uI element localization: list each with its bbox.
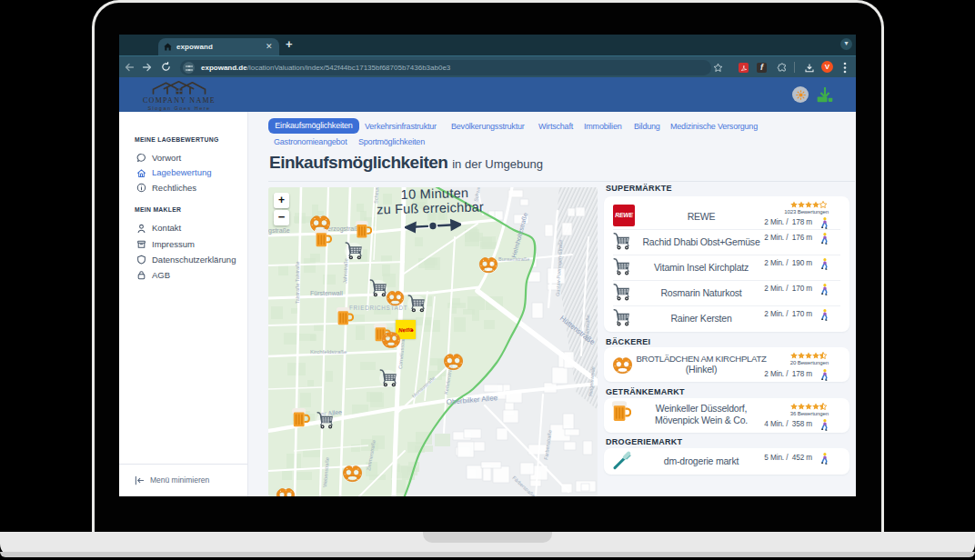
svg-text:Slogan Goes Here: Slogan Goes Here (147, 105, 210, 111)
svg-text:COMPANY NAME: COMPANY NAME (143, 96, 216, 105)
svg-text:gstraße: gstraße (268, 227, 290, 235)
svg-text:Kirchfeldstraße: Kirchfeldstraße (310, 349, 347, 355)
svg-text:Bunsenstraße: Bunsenstraße (498, 256, 529, 262)
svg-text:Talstraße Talstraße: Talstraße Talstraße (295, 261, 300, 304)
svg-text:Fürstenwall: Fürstenwall (310, 290, 343, 296)
svg-text:Arminstraße: Arminstraße (584, 315, 590, 342)
